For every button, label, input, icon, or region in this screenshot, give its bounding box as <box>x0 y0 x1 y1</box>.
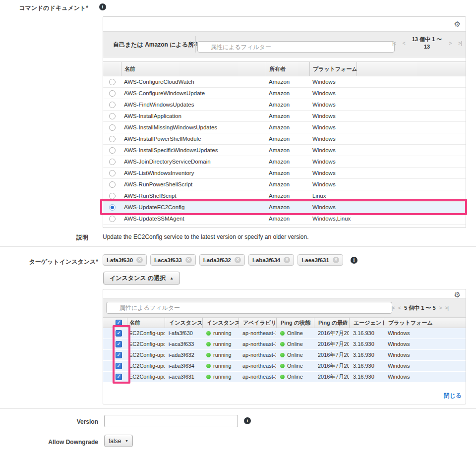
radio-button[interactable] <box>109 181 116 188</box>
chip-remove-icon[interactable]: × <box>185 257 192 263</box>
column-header-name[interactable]: 名前 <box>127 318 165 328</box>
instance-state-cell: running <box>202 339 238 349</box>
radio-button[interactable] <box>109 124 116 131</box>
row-checkbox[interactable]: ✓ <box>116 363 122 369</box>
page-last-icon[interactable]: >| <box>458 41 462 46</box>
owner-cell: Amazon <box>266 156 309 167</box>
close-link[interactable]: 閉じる <box>443 392 462 400</box>
page-first-icon[interactable]: |< <box>392 41 396 46</box>
page-last-icon[interactable]: >| <box>445 305 448 311</box>
chip-remove-icon[interactable]: × <box>136 257 143 263</box>
radio-button[interactable] <box>109 90 116 97</box>
instance-row[interactable]: ✓EC2Config-upd...i-afa3f630runningap-nor… <box>103 328 466 339</box>
radio-cell <box>103 179 121 190</box>
column-header-agent-version[interactable]: エージェントのバージョン <box>349 318 384 328</box>
settings-gear-icon[interactable]: ⚙ <box>454 20 461 28</box>
document-row[interactable]: AWS-FindWindowsUpdatesAmazonWindows <box>103 99 466 111</box>
command-document-label: コマンドのドキュメント* <box>0 4 88 12</box>
instance-name-cell: EC2Config-upd... <box>127 372 165 382</box>
page-next-icon[interactable]: > <box>439 305 442 311</box>
select-instances-button[interactable]: インスタンス の選択 ▲ <box>103 272 180 284</box>
chip-remove-icon[interactable]: × <box>235 257 241 263</box>
owner-cell: Amazon <box>266 190 309 201</box>
page-prev-icon[interactable]: < <box>398 305 401 311</box>
platform-cell: Windows <box>309 145 357 156</box>
instance-row[interactable]: ✓EC2Config-upd...i-ada3f632runningap-nor… <box>103 350 466 361</box>
row-checkbox[interactable]: ✓ <box>116 330 122 337</box>
instances-settings-gear-icon[interactable]: ⚙ <box>454 291 461 298</box>
radio-button[interactable] <box>109 193 116 199</box>
document-name-cell: AWS-ConfigureWindowsUpdate <box>121 88 266 99</box>
document-row[interactable]: AWS-JoinDirectoryServiceDomainAmazonWind… <box>103 156 466 168</box>
column-header-instance-id[interactable]: インスタンス ID <box>165 318 202 328</box>
instance-row[interactable]: ✓EC2Config-upd...i-aba3f634runningap-nor… <box>103 361 466 372</box>
chip-remove-icon[interactable]: × <box>284 257 290 263</box>
green-status-icon <box>280 364 285 368</box>
target-instances-info-icon[interactable]: i <box>351 257 357 264</box>
row-checkbox[interactable]: ✓ <box>116 374 122 380</box>
chip-remove-icon[interactable]: × <box>333 257 339 263</box>
document-row[interactable]: AWS-ConfigureCloudWatchAmazonWindows <box>103 76 466 88</box>
agent-version-cell: 3.16.930 <box>349 328 384 339</box>
instances-filter-input[interactable] <box>106 302 392 314</box>
row-checkbox[interactable]: ✓ <box>116 352 122 358</box>
document-row[interactable]: AWS-RunPowerShellScriptAmazonWindows <box>103 179 466 190</box>
radio-button[interactable] <box>109 159 116 165</box>
document-table-body: AWS-ConfigureCloudWatchAmazonWindowsAWS-… <box>103 76 466 225</box>
radio-button[interactable] <box>109 136 116 142</box>
instance-row[interactable]: ✓EC2Config-upd...i-aea3f631runningap-nor… <box>103 372 466 383</box>
instance-row[interactable]: ✓EC2Config-upd...i-aca3f633runningap-nor… <box>103 339 466 350</box>
column-header-ping-status[interactable]: Ping の状態 <box>276 318 314 328</box>
instance-id-cell: i-ada3f632 <box>165 350 202 360</box>
page-first-icon[interactable]: |< <box>391 305 395 311</box>
column-header-platform[interactable]: プラットフォーム <box>384 318 466 328</box>
document-row[interactable]: AWS-InstallSpecificWindowsUpdatesAmazonW… <box>103 145 466 156</box>
owner-filter-dropdown[interactable]: 自己または Amazon による所有 <box>113 40 208 49</box>
document-filter-input[interactable] <box>197 41 395 53</box>
document-row[interactable]: AWS-ListWindowsInventoryAmazonWindows <box>103 168 466 179</box>
instances-pagination: |< < 5 個中 1 〜 5 > >| <box>391 304 448 312</box>
page-prev-icon[interactable]: < <box>403 41 405 46</box>
row-checkbox[interactable]: ✓ <box>116 341 122 347</box>
instance-chip: i-ada3f632× <box>199 254 245 266</box>
allow-downgrade-value: false <box>109 438 121 445</box>
document-row[interactable]: AWS-InstallMissingWindowsUpdatesAmazonWi… <box>103 122 466 133</box>
document-row[interactable]: AWS-UpdateSSMAgentAmazonWindows,Linux <box>103 213 466 225</box>
document-row[interactable]: AWS-ConfigureWindowsUpdateAmazonWindows <box>103 88 466 99</box>
allow-downgrade-select[interactable]: false ▼ <box>104 435 133 447</box>
instance-state-cell: running <box>202 361 238 371</box>
radio-button[interactable] <box>109 113 116 119</box>
radio-button[interactable] <box>109 147 116 154</box>
radio-button[interactable] <box>109 79 116 85</box>
platform-cell: Windows <box>384 339 466 349</box>
document-row[interactable]: AWS-RunShellScriptAmazonLinux <box>103 190 466 202</box>
column-header-instance-state[interactable]: インスタンスの状態 <box>202 318 238 328</box>
green-status-icon <box>206 375 211 379</box>
ping-time-cell: 2016年7月20日... <box>314 361 349 371</box>
radio-button[interactable] <box>109 204 116 211</box>
column-header-platform[interactable]: プラットフォーム <box>309 62 357 76</box>
radio-button[interactable] <box>109 170 116 176</box>
column-header-ping-time[interactable]: Ping の最終日時 <box>314 318 349 328</box>
owner-cell: Amazon <box>266 133 309 144</box>
select-all-checkbox[interactable]: ✓ <box>116 320 122 326</box>
platform-cell: Linux <box>309 190 357 201</box>
platform-cell: Windows <box>309 168 357 178</box>
column-header-name[interactable]: 名前 <box>121 62 266 76</box>
agent-version-cell: 3.16.930 <box>349 339 384 349</box>
document-row[interactable]: AWS-InstallPowerShellModuleAmazonWindows <box>103 133 466 145</box>
radio-button[interactable] <box>109 102 116 108</box>
document-name-cell: AWS-ListWindowsInventory <box>121 168 266 178</box>
owner-cell: Amazon <box>266 213 309 224</box>
document-row[interactable]: AWS-InstallApplicationAmazonWindows <box>103 111 466 122</box>
radio-cell <box>103 76 121 87</box>
page-next-icon[interactable]: > <box>449 41 451 46</box>
version-info-icon[interactable]: i <box>244 417 251 424</box>
document-row[interactable]: AWS-UpdateEC2ConfigAmazonWindows <box>103 202 466 213</box>
command-document-info-icon[interactable]: i <box>99 3 106 10</box>
column-header-owner[interactable]: 所有者 <box>266 62 309 76</box>
radio-button[interactable] <box>109 216 116 222</box>
version-input[interactable] <box>104 415 238 427</box>
checkbox-cell: ✓ <box>103 350 127 360</box>
column-header-availability-zone[interactable]: アベイラビリティーゾーン <box>238 318 276 328</box>
